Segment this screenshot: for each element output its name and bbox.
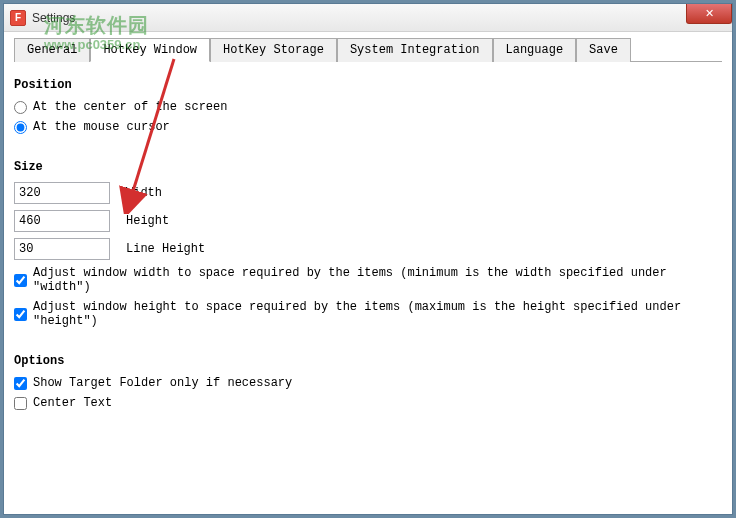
height-input[interactable] — [14, 210, 110, 232]
window-title: Settings — [32, 11, 75, 25]
radio-center-screen[interactable]: At the center of the screen — [14, 100, 722, 114]
tab-language[interactable]: Language — [493, 38, 577, 62]
check-show-target-input[interactable] — [14, 377, 27, 390]
line-height-input[interactable] — [14, 238, 110, 260]
check-adjust-width[interactable]: Adjust window width to space required by… — [14, 266, 722, 294]
check-adjust-height-label: Adjust window height to space required b… — [33, 300, 722, 328]
tab-general[interactable]: General — [14, 38, 90, 62]
radio-mouse-cursor-label: At the mouse cursor — [33, 120, 170, 134]
width-input[interactable] — [14, 182, 110, 204]
line-height-label: Line Height — [126, 242, 205, 256]
check-center-text-label: Center Text — [33, 396, 112, 410]
check-show-target-label: Show Target Folder only if necessary — [33, 376, 292, 390]
size-heading: Size — [14, 160, 722, 174]
check-center-text-input[interactable] — [14, 397, 27, 410]
close-icon: ✕ — [705, 7, 714, 20]
radio-mouse-cursor-input[interactable] — [14, 121, 27, 134]
radio-center-screen-label: At the center of the screen — [33, 100, 227, 114]
tab-save[interactable]: Save — [576, 38, 631, 62]
content-area: General HotKey Window HotKey Storage Sys… — [4, 32, 732, 422]
radio-center-screen-input[interactable] — [14, 101, 27, 114]
check-adjust-width-label: Adjust window width to space required by… — [33, 266, 722, 294]
tab-hotkey-storage[interactable]: HotKey Storage — [210, 38, 337, 62]
radio-mouse-cursor[interactable]: At the mouse cursor — [14, 120, 722, 134]
tab-bar: General HotKey Window HotKey Storage Sys… — [14, 38, 722, 62]
check-adjust-height-input[interactable] — [14, 308, 27, 321]
titlebar: F Settings ✕ — [4, 4, 732, 32]
tab-system-integration[interactable]: System Integration — [337, 38, 493, 62]
height-label: Height — [126, 214, 169, 228]
app-icon: F — [10, 10, 26, 26]
check-adjust-width-input[interactable] — [14, 274, 27, 287]
check-center-text[interactable]: Center Text — [14, 396, 722, 410]
tab-hotkey-window[interactable]: HotKey Window — [90, 38, 210, 62]
settings-window: F Settings ✕ 河东软件园 www.pc0359.cn General… — [3, 3, 733, 515]
close-button[interactable]: ✕ — [686, 4, 732, 24]
width-label: Width — [126, 186, 162, 200]
check-adjust-height[interactable]: Adjust window height to space required b… — [14, 300, 722, 328]
check-show-target[interactable]: Show Target Folder only if necessary — [14, 376, 722, 390]
position-heading: Position — [14, 78, 722, 92]
options-heading: Options — [14, 354, 722, 368]
